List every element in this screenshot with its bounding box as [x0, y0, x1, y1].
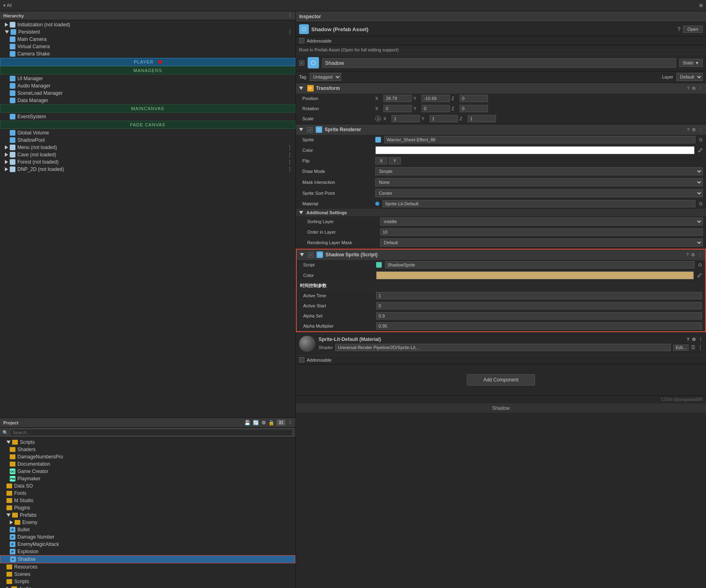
proj-item-enemy[interactable]: Enemy [0, 519, 295, 526]
settings-icon[interactable]: ⚙ [261, 420, 266, 426]
alpha-set-input[interactable] [376, 312, 702, 320]
order-in-layer-input[interactable] [380, 228, 703, 236]
settings-icon[interactable]: ⚙ [691, 252, 695, 258]
fadecanvas-section-bar[interactable]: FADE CANVAS [0, 121, 295, 129]
proj-item-m-studio[interactable]: M Studio [0, 497, 295, 504]
proj-item-data-so[interactable]: Data SO [0, 482, 295, 490]
target-icon[interactable]: ⊙ [698, 262, 702, 268]
static-button[interactable]: Static ▼ [679, 59, 703, 67]
script-color-swatch[interactable] [376, 271, 694, 279]
hier-item-sceneload[interactable]: SceneLoad Manager [0, 89, 295, 97]
scale-y-input[interactable] [430, 115, 458, 122]
rendering-layer-mask-select[interactable]: Default [380, 239, 703, 247]
mask-interaction-select[interactable]: None [375, 178, 703, 186]
maincanvas-section-bar[interactable]: MAINCANVAS [0, 104, 295, 113]
settings-icon[interactable]: ⚙ [692, 86, 696, 91]
proj-item-audio[interactable]: Audio [0, 585, 295, 588]
hier-item-dnp[interactable]: DNP_2D (not loaded) ⋮ [0, 166, 295, 173]
hier-item-shadow-pool[interactable]: ShadowPool [0, 136, 295, 144]
link-icon[interactable]: ⊟ [375, 116, 381, 121]
proj-item-documentation[interactable]: Documentation [0, 460, 295, 468]
sprite-sort-point-select[interactable]: Center [375, 189, 703, 197]
addressable-checkbox[interactable] [299, 38, 304, 43]
draw-mode-select[interactable]: Simple [375, 167, 703, 175]
target-icon[interactable]: ⊙ [699, 201, 703, 207]
hier-item-ui-manager[interactable]: UI Manager [0, 75, 295, 82]
proj-item-playmaker[interactable]: PM Playmaker [0, 475, 295, 482]
transform-header[interactable]: ⟳ Transform ? ⚙ ⋮ [296, 83, 706, 94]
list-icon[interactable]: ☰ [691, 345, 695, 350]
proj-item-plugins[interactable]: Plugins [0, 504, 295, 511]
hier-item-camera-shake[interactable]: Camera Shake [0, 50, 295, 58]
more-icon[interactable]: ⋮ [698, 345, 703, 350]
rot-y-input[interactable] [421, 105, 450, 112]
player-section-bar[interactable]: PLAYER [0, 58, 295, 66]
open-button[interactable]: Open [683, 26, 703, 33]
help-icon[interactable]: ? [687, 337, 689, 342]
more-icon[interactable]: ⋮ [698, 127, 703, 132]
shadow-sprite-script-header[interactable]: ✓ ⬡ Shadow Sprite (Script) ? ⚙ ⋮ [297, 249, 705, 260]
hier-item-global-volume[interactable]: Global Volume [0, 129, 295, 136]
help-icon[interactable]: ? [686, 252, 689, 258]
color-swatch[interactable] [375, 146, 695, 154]
menu-dots[interactable]: ⋮ [287, 29, 292, 35]
color-picker-icon[interactable]: 🖉 [698, 147, 703, 153]
menu-dots[interactable]: ⋮ [287, 152, 292, 158]
settings-icon[interactable]: ⚙ [692, 337, 696, 342]
alpha-multiplier-input[interactable] [376, 322, 702, 330]
menu-dots[interactable]: ⋮ [287, 166, 292, 172]
settings-icon[interactable]: ⚙ [692, 127, 696, 132]
proj-item-shaders[interactable]: Shaders [0, 446, 295, 453]
color-picker-icon[interactable]: 🖉 [697, 273, 702, 278]
hier-item-eventsystem[interactable]: EventSystem [0, 113, 295, 120]
proj-item-scenes[interactable]: Scenes [0, 571, 295, 578]
more-icon[interactable]: ⋮ [698, 86, 703, 91]
hier-item-audio-manager[interactable]: Audio Manager [0, 82, 295, 89]
proj-item-explosion[interactable]: P Explosion [0, 548, 295, 555]
menu-dots[interactable]: ⋮ [287, 159, 292, 165]
hier-item-menu[interactable]: Menu (not loaded) ⋮ [0, 144, 295, 151]
shadow-script-checkbox[interactable]: ✓ [308, 252, 313, 258]
script-input[interactable] [385, 261, 695, 268]
more-icon[interactable]: ⋮ [697, 252, 702, 258]
material-addressable-checkbox[interactable] [299, 357, 304, 362]
layer-select[interactable]: Default [676, 73, 703, 81]
proj-item-fonts[interactable]: Fonts [0, 490, 295, 497]
hierarchy-menu[interactable]: ⋮ [288, 13, 292, 18]
material-input[interactable] [383, 200, 695, 207]
refresh-icon[interactable]: 🔄 [253, 420, 259, 426]
flip-x-button[interactable]: X [375, 157, 387, 164]
flip-y-button[interactable]: Y [389, 157, 400, 164]
proj-item-enemy-magic-attack[interactable]: P EnemyMagicAttack [0, 541, 295, 548]
project-search-input[interactable] [10, 429, 293, 436]
tag-select[interactable]: Untagged [310, 73, 341, 81]
save-icon[interactable]: 💾 [244, 420, 250, 426]
hier-item-main-camera[interactable]: Main Camera [0, 36, 295, 43]
pos-y-input[interactable] [421, 95, 450, 102]
help-icon[interactable]: ? [687, 127, 689, 132]
sprite-input[interactable] [384, 136, 695, 143]
hier-item-data-manager[interactable]: Data Manager [0, 97, 295, 104]
help-icon[interactable]: ? [677, 26, 680, 32]
pos-x-input[interactable] [383, 95, 412, 102]
add-component-button[interactable]: Add Component [467, 374, 535, 386]
lock-icon[interactable]: 🔒 [268, 420, 274, 426]
more-icon[interactable]: ⋮ [698, 337, 703, 342]
proj-item-resources[interactable]: Resources [0, 563, 295, 571]
proj-item-scripts[interactable]: Scripts [0, 439, 295, 446]
hier-item-forest[interactable]: Forest (not loaded) ⋮ [0, 158, 295, 166]
proj-item-scripts2[interactable]: Scripts [0, 578, 295, 585]
proj-item-prefabs[interactable]: Prefabs [0, 511, 295, 519]
scale-z-input[interactable] [468, 115, 496, 122]
hier-item-init[interactable]: Initialization (not loaded) [0, 21, 295, 28]
object-active-checkbox[interactable]: ✓ [299, 60, 304, 66]
edit-shader-button[interactable]: Edit... [673, 345, 689, 351]
proj-item-bullet[interactable]: P Bullet [0, 526, 295, 533]
rot-z-input[interactable] [460, 105, 488, 112]
pos-z-input[interactable] [460, 95, 488, 102]
scale-x-input[interactable] [392, 115, 420, 122]
project-menu[interactable]: ⋮ [288, 420, 292, 425]
sprite-renderer-checkbox[interactable]: ✓ [307, 127, 312, 132]
proj-item-damage-number[interactable]: P Damage Number [0, 533, 295, 541]
hier-item-virtual-camera[interactable]: Virtual Camera [0, 43, 295, 50]
